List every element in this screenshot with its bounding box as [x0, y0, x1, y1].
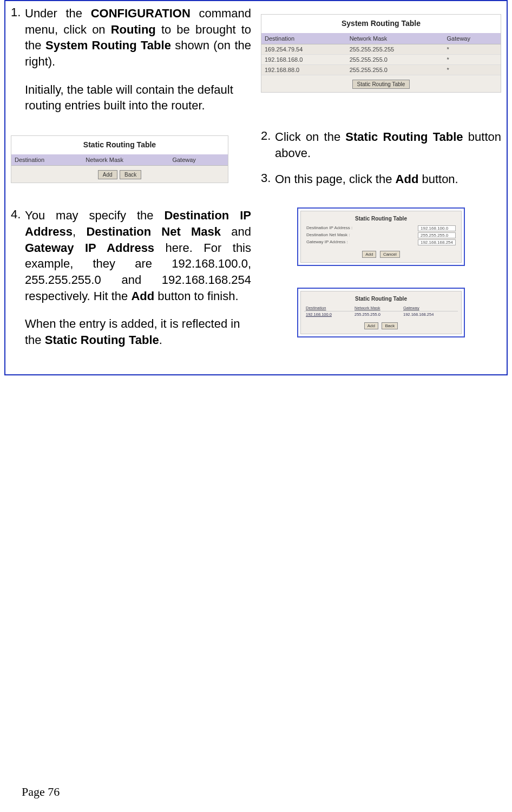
cell: 255.255.255.0: [353, 311, 402, 318]
static-routing-table-button[interactable]: Static Routing Table: [352, 80, 410, 89]
shot4-button-row: Add Back: [304, 317, 458, 329]
content-box: 1. Under the CONFIGURATION command menu,…: [4, 0, 508, 375]
step-4-text-b: ,: [73, 225, 86, 238]
shot2-table: Destination Network Mask Gateway: [11, 154, 228, 166]
step-1-after: Initially, the table will contain the de…: [25, 82, 251, 114]
shot4-h1: Network Mask: [353, 305, 402, 311]
step-4-bold-d: Add: [131, 289, 154, 303]
step-4-num: 4.: [11, 207, 25, 348]
system-routing-table-shot: System Routing Table Destination Network…: [261, 14, 501, 93]
shot2-header-row: Destination Network Mask Gateway: [11, 154, 228, 166]
shot3-button-row: Add Cancel: [304, 246, 458, 258]
step-3: 3. On this page, click the Add button.: [261, 171, 501, 187]
field-row: Gateway IP Address : 192.168.168.254: [304, 239, 458, 246]
step-3-bold-a: Add: [396, 172, 419, 186]
back-button[interactable]: Back: [382, 322, 398, 329]
table-row: 169.254.79.54 255.255.255.255 *: [261, 44, 501, 55]
cell: 192.168.168.0: [261, 55, 346, 65]
step-4-body: You may specify the Destination IP Addre…: [25, 207, 251, 348]
step-4-bold-b: Destination Net Mask: [86, 225, 221, 238]
table-row: 192.168.100.0 255.255.255.0 192.168.168.…: [304, 311, 458, 318]
col-right-2: 2. Click on the Static Routing Table but…: [261, 129, 501, 197]
shot2-title: Static Routing Table: [11, 136, 228, 154]
col-right-1: System Routing Table Destination Network…: [261, 5, 501, 124]
cell: 255.255.255.255: [346, 44, 444, 55]
shot4-inner: Static Routing Table Destination Network…: [300, 291, 462, 334]
page-number: Page 76: [22, 785, 60, 799]
cell: 255.255.255.0: [346, 65, 444, 75]
row-2: Static Routing Table Destination Network…: [11, 129, 501, 197]
shot1-button-row: Static Routing Table: [261, 75, 501, 92]
step-2-bold-a: Static Routing Table: [345, 130, 463, 144]
add-button[interactable]: Add: [362, 251, 376, 258]
shot4-header-row: Destination Network Mask Gateway: [304, 305, 458, 311]
cell: 255.255.255.0: [346, 55, 444, 65]
step-2: 2. Click on the Static Routing Table but…: [261, 129, 501, 161]
static-routing-result-shot: Static Routing Table Destination Network…: [297, 288, 465, 337]
step-3-num: 3.: [261, 171, 275, 187]
step-4-text-a: You may specify the: [25, 209, 164, 222]
step-3-text-a: On this page, click the: [275, 172, 396, 186]
dest-mask-input[interactable]: 255.255.255.0: [418, 232, 456, 238]
step-2-text-a: Click on the: [275, 130, 345, 144]
step-1-bold-b: Routing: [111, 23, 156, 36]
gateway-ip-input[interactable]: 192.168.168.254: [418, 239, 456, 245]
static-routing-empty-shot: Static Routing Table Destination Network…: [11, 135, 228, 183]
shot4-table: Destination Network Mask Gateway 192.168…: [304, 305, 458, 317]
step-3-text-b: button.: [418, 172, 458, 186]
shot4-h0: Destination: [304, 305, 353, 311]
step-1: 1. Under the CONFIGURATION command menu,…: [11, 5, 251, 114]
cell[interactable]: 192.168.100.0: [304, 311, 353, 318]
step-4-text-c: and: [221, 225, 251, 238]
shot3-title: Static Routing Table: [304, 213, 458, 225]
shot2-h2: Gateway: [169, 154, 228, 166]
shot1-title: System Routing Table: [261, 15, 501, 33]
field-row: Destination IP Address : 192.168.100.0: [304, 225, 458, 232]
step-4: 4. You may specify the Destination IP Ad…: [11, 207, 251, 348]
add-button[interactable]: Add: [98, 170, 117, 179]
cell: *: [444, 44, 501, 55]
table-row: 192.168.88.0 255.255.255.0 *: [261, 65, 501, 75]
step-4-after-b: Static Routing Table: [45, 333, 159, 347]
table-row: 192.168.168.0 255.255.255.0 *: [261, 55, 501, 65]
shot2-h1: Network Mask: [82, 154, 169, 166]
col-right-3: Static Routing Table Destination IP Addr…: [261, 207, 501, 358]
shot2-h0: Destination: [11, 154, 82, 166]
field-row: Destination Net Mask : 255.255.255.0: [304, 232, 458, 239]
shot1-h1: Network Mask: [346, 33, 444, 44]
static-routing-form-shot: Static Routing Table Destination IP Addr…: [297, 207, 465, 266]
col-left-3: 4. You may specify the Destination IP Ad…: [11, 207, 251, 358]
col-left-1: 1. Under the CONFIGURATION command menu,…: [11, 5, 251, 124]
step-4-bold-c: Gateway IP Address: [25, 241, 154, 255]
row-3: 4. You may specify the Destination IP Ad…: [11, 207, 501, 358]
cell: 169.254.79.54: [261, 44, 346, 55]
step-2-body: Click on the Static Routing Table button…: [275, 129, 501, 161]
shot3-inner: Static Routing Table Destination IP Addr…: [300, 211, 462, 263]
col-left-2: Static Routing Table Destination Network…: [11, 129, 251, 197]
step-3-body: On this page, click the Add button.: [275, 171, 458, 187]
shot1-header-row: Destination Network Mask Gateway: [261, 33, 501, 44]
step-1-num: 1.: [11, 5, 25, 114]
shot4-title: Static Routing Table: [304, 294, 458, 305]
dest-ip-label: Destination IP Address :: [306, 225, 418, 231]
add-button[interactable]: Add: [364, 322, 378, 329]
dest-mask-label: Destination Net Mask :: [306, 232, 418, 238]
shot4-h2: Gateway: [402, 305, 458, 311]
cell: *: [444, 65, 501, 75]
shot1-h0: Destination: [261, 33, 346, 44]
row-1: 1. Under the CONFIGURATION command menu,…: [11, 5, 501, 124]
dest-ip-input[interactable]: 192.168.100.0: [418, 225, 456, 231]
step-1-bold-a: CONFIGURATION: [91, 7, 191, 20]
step-4-after-c: .: [159, 333, 162, 347]
shot2-button-row: Add Back: [11, 166, 228, 183]
cancel-button[interactable]: Cancel: [380, 251, 400, 258]
step-4-after: When the entry is added, it is reflected…: [25, 316, 251, 348]
back-button[interactable]: Back: [120, 170, 141, 179]
step-1-body: Under the CONFIGURATION command menu, cl…: [25, 5, 251, 114]
step-1-text-a: Under the: [25, 7, 91, 20]
page: 1. Under the CONFIGURATION command menu,…: [0, 0, 512, 812]
cell: *: [444, 55, 501, 65]
cell: 192.168.168.254: [402, 311, 458, 318]
gateway-ip-label: Gateway IP Address :: [306, 239, 418, 245]
step-1-bold-c: System Routing Table: [45, 38, 171, 52]
